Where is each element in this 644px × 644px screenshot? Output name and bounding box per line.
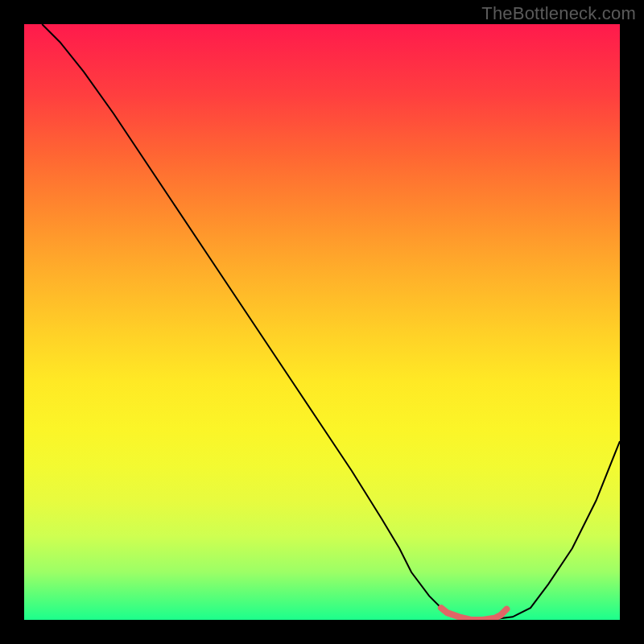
curve-line [42,24,620,620]
plot-area [24,24,620,620]
watermark-label: TheBottleneck.com [481,3,636,24]
chart-container: TheBottleneck.com [0,0,644,644]
plot-svg [24,24,620,620]
highlight-segment [441,608,506,620]
